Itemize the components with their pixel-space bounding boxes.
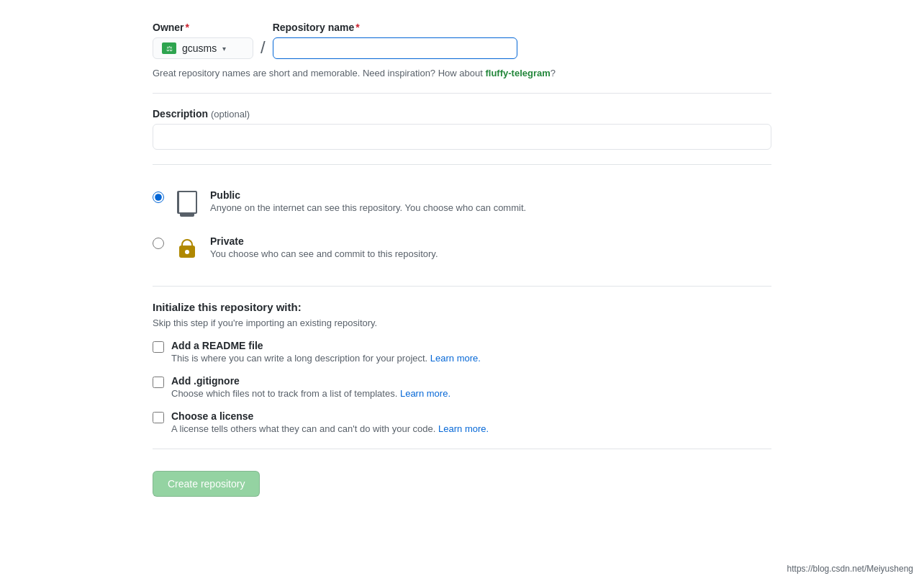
private-title: Private: [210, 235, 771, 247]
book-icon: [177, 191, 197, 214]
gitignore-title: Add .gitignore: [171, 375, 771, 387]
public-text: Public Anyone on the internet can see th…: [210, 189, 771, 213]
url-hint: https://blog.csdn.net/Meiyusheng: [787, 564, 913, 574]
description-label: Description (optional): [153, 108, 771, 120]
license-learn-more[interactable]: Learn more.: [438, 423, 489, 434]
public-option[interactable]: Public Anyone on the internet can see th…: [153, 179, 771, 225]
license-option: Choose a license A license tells others …: [153, 410, 771, 434]
owner-label: Owner*: [153, 22, 253, 33]
owner-required-star: *: [186, 22, 189, 33]
description-input[interactable]: [153, 124, 771, 150]
gitignore-desc: Choose which files not to track from a l…: [171, 388, 771, 399]
divider-after-inspiration: [153, 93, 771, 94]
gitignore-text: Add .gitignore Choose which files not to…: [171, 375, 771, 399]
readme-checkbox[interactable]: [153, 341, 164, 353]
public-icon: [174, 189, 200, 215]
create-repository-button[interactable]: Create repository: [153, 471, 260, 497]
owner-avatar: ⚖: [162, 42, 176, 54]
divider-after-visibility: [153, 286, 771, 287]
public-radio[interactable]: [153, 192, 164, 203]
license-title: Choose a license: [171, 410, 771, 422]
inspiration-text: Great repository names are short and mem…: [153, 68, 771, 78]
initialize-section: Initialize this repository with: Skip th…: [153, 301, 771, 434]
license-desc: A license tells others what they can and…: [171, 423, 771, 434]
divider-after-description: [153, 164, 771, 165]
owner-username: gcusms: [182, 42, 217, 54]
repo-name-label: Repository name*: [273, 22, 517, 33]
repo-name-input[interactable]: [273, 37, 517, 59]
lock-hole: [185, 250, 189, 254]
repo-name-required-star: *: [355, 22, 359, 33]
private-desc: You choose who can see and commit to thi…: [210, 248, 771, 259]
private-radio[interactable]: [153, 238, 164, 249]
init-title: Initialize this repository with:: [153, 301, 771, 313]
readme-title: Add a README file: [171, 340, 771, 351]
public-desc: Anyone on the internet can see this repo…: [210, 202, 771, 213]
gitignore-checkbox[interactable]: [153, 377, 164, 388]
public-title: Public: [210, 189, 771, 201]
owner-dropdown[interactable]: ⚖ gcusms ▾: [153, 37, 253, 59]
gitignore-option: Add .gitignore Choose which files not to…: [153, 375, 771, 399]
init-subtitle: Skip this step if you're importing an ex…: [153, 317, 771, 328]
inspiration-link[interactable]: fluffy-telegram: [485, 68, 550, 78]
license-checkbox[interactable]: [153, 412, 164, 423]
readme-learn-more[interactable]: Learn more.: [430, 353, 481, 364]
owner-avatar-icon: ⚖: [166, 45, 173, 53]
private-text: Private You choose who can see and commi…: [210, 235, 771, 259]
lock-icon: [179, 239, 195, 258]
readme-desc: This is where you can write a long descr…: [171, 353, 771, 364]
private-option[interactable]: Private You choose who can see and commi…: [153, 225, 771, 271]
lock-body: [179, 246, 195, 258]
readme-text: Add a README file This is where you can …: [171, 340, 771, 364]
description-optional: (optional): [211, 109, 250, 120]
private-icon: [174, 235, 200, 261]
slash-divider: /: [261, 37, 266, 58]
readme-option: Add a README file This is where you can …: [153, 340, 771, 364]
gitignore-learn-more[interactable]: Learn more.: [400, 388, 450, 399]
license-text: Choose a license A license tells others …: [171, 410, 771, 434]
visibility-options: Public Anyone on the internet can see th…: [153, 179, 771, 271]
chevron-down-icon: ▾: [222, 45, 226, 53]
divider-before-create: [153, 449, 771, 449]
